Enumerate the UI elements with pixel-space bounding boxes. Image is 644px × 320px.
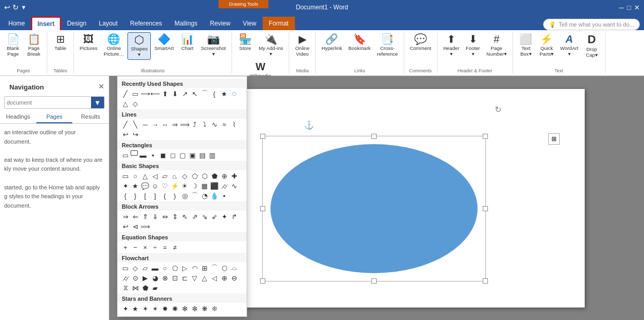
fc-proc[interactable]: ▭ (121, 263, 130, 273)
star-16[interactable]: ✼ (190, 304, 199, 313)
ba-u-turn[interactable]: ↩ (121, 222, 130, 231)
shape-arrow-ur[interactable]: ↗ (180, 89, 189, 98)
line-4[interactable]: → (150, 120, 160, 129)
fc-extract[interactable]: △ (200, 273, 209, 283)
fc-offpage-conn[interactable]: ⬟ (140, 283, 150, 292)
basic-lightning[interactable]: ⚡ (170, 181, 179, 190)
maximize-btn[interactable]: □ (627, 4, 631, 11)
line-14[interactable]: ↪ (131, 130, 140, 139)
basic-hex[interactable]: ⬡ (200, 171, 209, 181)
comment-btn[interactable]: 💬 Comment (407, 32, 434, 53)
basic-brace-l[interactable]: { (121, 191, 130, 200)
rotate-handle[interactable]: ↻ (495, 105, 501, 114)
star-6[interactable]: ✶ (140, 304, 150, 313)
basic-call[interactable]: 💬 (140, 181, 150, 190)
tab-review[interactable]: Review (203, 17, 236, 30)
hyperlink-btn[interactable]: 🔗 Hyperlink (319, 32, 345, 53)
shape-triangle[interactable]: △ (121, 99, 130, 108)
shape-arrow-ul[interactable]: ↖ (190, 89, 199, 98)
basic-moon[interactable]: ☽ (190, 181, 199, 190)
quick-access-icon[interactable]: ▼ (21, 4, 27, 10)
nav-search-bar[interactable]: ▼ (4, 96, 105, 109)
rect-3[interactable]: ▬ (138, 150, 148, 160)
shape-arrow-d[interactable]: ⬇ (170, 89, 179, 98)
shape-oval[interactable]: ○ (229, 89, 239, 98)
fc-compare[interactable]: ⋈ (131, 283, 140, 292)
star-4[interactable]: ✦ (121, 304, 130, 313)
shape-arrow-r[interactable]: ⟶ (140, 89, 150, 98)
line-9[interactable]: ⤵ (200, 120, 209, 129)
rect-10[interactable]: ▥ (208, 150, 217, 160)
eq-minus[interactable]: − (131, 242, 140, 252)
quick-parts-btn[interactable]: ⚡ QuickParts▾ (537, 32, 557, 59)
rect-6[interactable]: ◻ (168, 150, 177, 160)
chart-btn[interactable]: 📊 Chart (177, 32, 197, 53)
handle-tl[interactable] (260, 134, 265, 139)
ba-up[interactable]: ⇑ (140, 212, 150, 221)
fc-doc[interactable]: ◠ (190, 263, 199, 273)
shape-curve[interactable]: ⌒ (200, 89, 209, 98)
ellipse-shape[interactable] (271, 144, 478, 273)
nav-pane-close-btn[interactable]: ✕ (98, 82, 105, 91)
rect-5[interactable]: ◼ (158, 150, 168, 160)
page-break-btn[interactable]: 📋 PageBreak (24, 32, 44, 59)
star-32[interactable]: ❊ (210, 304, 219, 313)
ba-quad[interactable]: ✦ (220, 212, 229, 221)
basic-diamond[interactable]: ◇ (180, 171, 189, 181)
tab-references[interactable]: References (124, 17, 168, 30)
ba-down[interactable]: ⇓ (150, 212, 160, 221)
basic-frame[interactable]: ▦ (200, 181, 209, 190)
rect-4[interactable]: ▪ (148, 150, 158, 160)
shape-arrow-l[interactable]: ⟵ (150, 89, 160, 98)
eq-divide[interactable]: ÷ (150, 242, 160, 252)
basic-rect[interactable]: ▭ (121, 171, 130, 181)
basic-para[interactable]: ▱ (160, 171, 170, 181)
layout-options-icon[interactable]: ⊞ (548, 133, 560, 145)
shape-arrow-u[interactable]: ⬆ (160, 89, 170, 98)
ba-notch[interactable]: ⊲ (131, 222, 140, 231)
rect-1[interactable]: ▭ (121, 150, 130, 160)
minimize-btn[interactable]: ─ (619, 4, 624, 11)
handle-ml[interactable] (260, 206, 265, 211)
header-btn[interactable]: ⬆ Header▾ (441, 32, 462, 59)
nav-tab-results[interactable]: Results (72, 111, 109, 123)
fc-manual-op[interactable]: ⌓ (229, 263, 239, 273)
basic-circle[interactable]: ○ (131, 171, 140, 181)
basic-trap[interactable]: ⏢ (170, 171, 179, 181)
line-7[interactable]: ⟹ (180, 120, 189, 129)
table-btn[interactable]: ⊞ Table (50, 32, 70, 53)
footer-btn[interactable]: ⬇ Footer▾ (463, 32, 483, 59)
basic-brace-r[interactable]: } (131, 191, 140, 200)
ba-ur[interactable]: ⇗ (190, 212, 199, 221)
fc-prep[interactable]: ⬡ (220, 263, 229, 273)
store-btn[interactable]: 🏪 Store (235, 32, 255, 53)
nav-tab-headings[interactable]: Headings (0, 111, 36, 123)
fc-punch-card[interactable]: ▰ (150, 283, 160, 292)
fc-delay[interactable]: ⊏ (180, 273, 189, 283)
star-5[interactable]: ★ (131, 304, 140, 313)
fc-offpage[interactable]: ⬠ (170, 263, 179, 273)
fc-db[interactable]: ⌭ (121, 273, 130, 283)
fc-display[interactable]: ⊡ (170, 273, 179, 283)
eq-equals[interactable]: = (160, 242, 170, 252)
line-2[interactable]: ╲ (131, 120, 140, 129)
basic-hept[interactable]: ⬟ (210, 171, 219, 181)
fc-sort[interactable]: ⧖ (121, 283, 130, 292)
basic-rtri[interactable]: ◁ (150, 171, 160, 181)
my-addins-btn[interactable]: 🔌 My Add-ins▾ (256, 32, 286, 59)
fc-sumj[interactable]: ⊕ (220, 273, 229, 283)
blank-page-btn[interactable]: 📄 BlankPage (3, 32, 23, 59)
ba-bent[interactable]: ↱ (229, 212, 239, 221)
basic-penta[interactable]: ⬠ (190, 171, 199, 181)
line-5[interactable]: ↔ (160, 120, 170, 129)
pictures-btn[interactable]: 🖼 Pictures (77, 32, 100, 53)
line-1[interactable]: ╱ (121, 120, 130, 129)
bookmark-btn[interactable]: 🔖 Bookmark (346, 32, 373, 53)
online-pictures-btn[interactable]: 🌐 OnlinePicture… (101, 32, 126, 59)
star-10[interactable]: ✺ (170, 304, 179, 313)
basic-bracket-r[interactable]: ] (150, 191, 160, 200)
line-6[interactable]: ⇒ (170, 120, 179, 129)
tab-format[interactable]: Format (263, 17, 295, 30)
fc-term[interactable]: ▬ (150, 263, 160, 273)
ba-lr[interactable]: ⇔ (160, 212, 170, 221)
